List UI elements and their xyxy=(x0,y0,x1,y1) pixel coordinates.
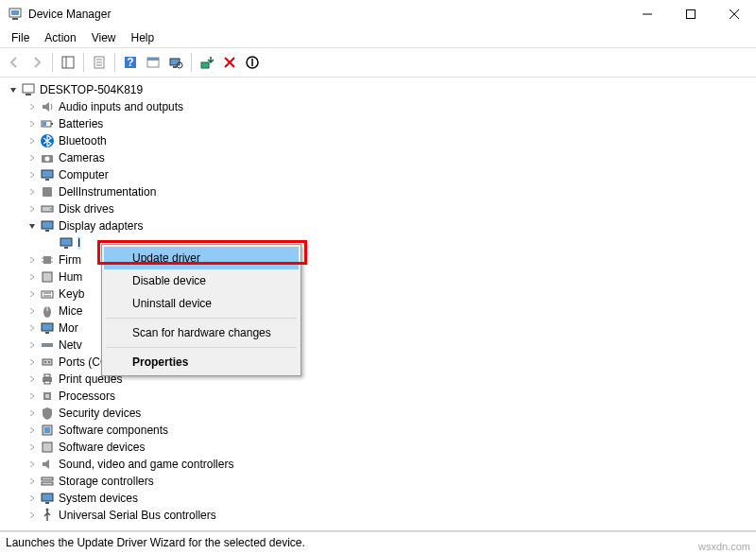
tree-item-usb-controllers[interactable]: Universal Serial Bus controllers xyxy=(26,507,756,524)
tree-item-cameras[interactable]: Cameras xyxy=(26,149,756,166)
security-icon xyxy=(40,406,55,421)
chevron-right-icon[interactable] xyxy=(26,424,38,436)
svg-rect-23 xyxy=(26,94,31,95)
component-icon xyxy=(40,423,55,438)
chevron-right-icon[interactable] xyxy=(26,152,38,164)
svg-point-57 xyxy=(48,361,50,363)
chevron-right-icon[interactable] xyxy=(26,510,38,521)
tree-item-label: Universal Serial Bus controllers xyxy=(59,509,216,522)
tree-root[interactable]: DESKTOP-504K819 xyxy=(8,81,756,98)
uninstall-button[interactable] xyxy=(219,52,240,73)
tree-item-display-adapters[interactable]: Display adapters xyxy=(26,217,756,234)
tree-item-label: Mor xyxy=(59,321,78,335)
usb-icon xyxy=(40,508,55,523)
context-uninstall-device[interactable]: Uninstall device xyxy=(104,292,299,315)
chevron-right-icon[interactable] xyxy=(26,476,38,487)
tree-item-computer[interactable]: Computer xyxy=(26,166,756,183)
chevron-down-icon[interactable] xyxy=(8,84,19,95)
chevron-right-icon[interactable] xyxy=(26,203,38,215)
svg-rect-4 xyxy=(687,10,696,19)
sound-icon xyxy=(40,457,55,472)
action-button[interactable] xyxy=(143,52,163,73)
svg-rect-2 xyxy=(11,10,19,15)
svg-point-29 xyxy=(45,157,50,162)
tree-item-audio[interactable]: Audio inputs and outputs xyxy=(26,98,756,115)
close-button[interactable] xyxy=(713,0,756,28)
tree-item-processors[interactable]: Processors xyxy=(26,388,756,405)
minimize-button[interactable] xyxy=(626,0,669,28)
tree-item-sound-controllers[interactable]: Sound, video and game controllers xyxy=(26,456,756,473)
chevron-right-icon[interactable] xyxy=(26,356,38,368)
tree-item-label: Sound, video and game controllers xyxy=(59,458,233,471)
network-icon xyxy=(40,338,55,353)
svg-rect-55 xyxy=(43,359,52,365)
chevron-right-icon[interactable] xyxy=(26,186,38,198)
chevron-right-icon[interactable] xyxy=(26,493,38,504)
tree-item-security[interactable]: Security devices xyxy=(26,405,756,422)
svg-rect-39 xyxy=(43,256,51,264)
context-separator xyxy=(106,318,297,319)
maximize-button[interactable] xyxy=(669,0,713,28)
help-button[interactable]: ? xyxy=(120,52,141,73)
tree-item-label: Software devices xyxy=(59,441,145,454)
system-icon xyxy=(40,491,55,506)
chevron-right-icon[interactable] xyxy=(26,407,38,419)
chevron-right-icon[interactable] xyxy=(26,322,38,334)
properties-button[interactable] xyxy=(89,52,110,73)
chevron-right-icon[interactable] xyxy=(26,101,38,113)
svg-rect-68 xyxy=(42,493,53,501)
svg-rect-52 xyxy=(42,343,53,347)
tree-item-system-devices[interactable]: System devices xyxy=(26,490,756,507)
update-driver-button[interactable] xyxy=(197,52,217,73)
chevron-right-icon[interactable] xyxy=(26,169,38,181)
tree-item-software-devices[interactable]: Software devices xyxy=(26,439,756,456)
svg-rect-18 xyxy=(173,66,177,68)
context-separator xyxy=(106,347,297,348)
chevron-down-icon[interactable] xyxy=(26,220,38,232)
chevron-right-icon[interactable] xyxy=(26,254,38,266)
tree-item-dellinstrumentation[interactable]: DellInstrumentation xyxy=(26,183,756,200)
tree-item-label: System devices xyxy=(59,492,138,505)
chevron-right-icon[interactable] xyxy=(26,288,38,300)
menu-help[interactable]: Help xyxy=(124,29,163,46)
computer-icon xyxy=(21,82,36,97)
window-controls xyxy=(626,0,756,27)
chevron-right-icon[interactable] xyxy=(26,390,38,402)
device-icon xyxy=(40,184,55,199)
battery-icon xyxy=(40,116,55,131)
chevron-right-icon[interactable] xyxy=(26,441,38,453)
tree-item-label: Disk drives xyxy=(59,202,114,216)
chevron-right-icon[interactable] xyxy=(26,135,38,147)
tree-item-label: Audio inputs and outputs xyxy=(59,100,183,113)
tree-item-bluetooth[interactable]: Bluetooth xyxy=(26,132,756,149)
device-manager-icon xyxy=(8,7,23,22)
context-scan-hardware[interactable]: Scan for hardware changes xyxy=(104,321,299,344)
svg-rect-66 xyxy=(42,477,53,480)
chevron-right-icon[interactable] xyxy=(26,118,38,130)
tree-item-disk-drives[interactable]: Disk drives xyxy=(26,200,756,217)
tree-item-software-components[interactable]: Software components xyxy=(26,422,756,439)
chevron-right-icon[interactable] xyxy=(26,373,38,385)
show-hide-tree-button[interactable] xyxy=(58,52,78,73)
tree-item-storage-controllers[interactable]: Storage controllers xyxy=(26,473,756,490)
back-button[interactable] xyxy=(4,52,25,73)
scan-hardware-button[interactable] xyxy=(165,52,186,73)
context-disable-device[interactable]: Disable device xyxy=(104,269,299,292)
chevron-right-icon[interactable] xyxy=(26,305,38,317)
context-properties[interactable]: Properties xyxy=(104,351,299,373)
chevron-right-icon[interactable] xyxy=(26,271,38,283)
tree-item-label: Batteries xyxy=(59,117,103,130)
tree-item-label: Cameras xyxy=(59,151,105,164)
menu-action[interactable]: Action xyxy=(37,29,83,46)
disable-button[interactable] xyxy=(242,52,263,73)
context-update-driver[interactable]: Update driver xyxy=(104,247,299,269)
forward-button[interactable] xyxy=(26,52,47,73)
tree-item-label: DellInstrumentation xyxy=(59,185,156,199)
menu-bar: File Action View Help xyxy=(0,28,756,47)
chevron-right-icon[interactable] xyxy=(26,339,38,351)
menu-view[interactable]: View xyxy=(84,29,124,46)
chevron-right-icon[interactable] xyxy=(26,459,38,470)
svg-point-70 xyxy=(46,509,49,511)
tree-item-batteries[interactable]: Batteries xyxy=(26,115,756,132)
menu-file[interactable]: File xyxy=(4,29,37,46)
